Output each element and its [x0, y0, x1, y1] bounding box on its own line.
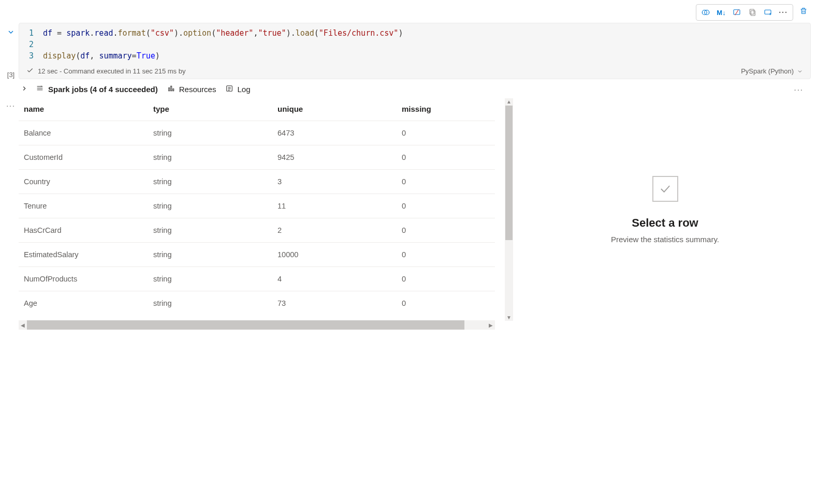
- spark-jobs-tab[interactable]: Spark jobs (4 of 4 succeeded): [35, 84, 158, 94]
- cell-toolbar-group: M↓ ···: [696, 4, 793, 21]
- svg-rect-11: [170, 86, 171, 91]
- table-header-row: name type unique missing: [19, 98, 495, 121]
- table-row[interactable]: NumOfProductsstring40: [19, 267, 495, 291]
- cell-missing: 0: [397, 194, 495, 218]
- preview-panel: Select a row Preview the statistics summ…: [513, 98, 817, 330]
- execution-status-row: 12 sec - Command executed in 11 sec 215 …: [19, 65, 810, 79]
- code-editor[interactable]: 1df = spark.read.format("csv").option("h…: [19, 23, 811, 79]
- cell-type: string: [148, 218, 272, 243]
- resources-tab[interactable]: Resources: [167, 84, 216, 94]
- svg-rect-3: [750, 9, 754, 14]
- chevron-down-icon: [797, 68, 803, 75]
- header-missing[interactable]: missing: [397, 98, 495, 121]
- table-row[interactable]: Tenurestring110: [19, 194, 495, 218]
- more-actions-button[interactable]: ···: [776, 6, 791, 19]
- log-tab[interactable]: Log: [225, 84, 250, 94]
- scroll-left-arrow[interactable]: ◀: [19, 322, 27, 328]
- header-unique[interactable]: unique: [272, 98, 397, 121]
- scroll-down-arrow[interactable]: ▼: [506, 314, 512, 321]
- table-row[interactable]: Balancestring64730: [19, 121, 495, 145]
- cell-type: string: [148, 194, 272, 218]
- cell-unique: 10000: [272, 243, 397, 267]
- cell-missing: 0: [397, 243, 495, 267]
- spark-jobs-count: (4 of 4 succeeded): [90, 85, 158, 94]
- svg-rect-10: [168, 88, 169, 91]
- cell-missing: 0: [397, 145, 495, 170]
- cell-type: string: [148, 291, 272, 316]
- cell-name: EstimatedSalary: [19, 243, 148, 267]
- cell-missing: 0: [397, 267, 495, 291]
- add-cell-below-button[interactable]: [761, 6, 775, 19]
- cell-name: HasCrCard: [19, 218, 148, 243]
- scroll-right-arrow[interactable]: ▶: [487, 322, 495, 328]
- delete-cell-button[interactable]: [796, 4, 811, 18]
- output-tabs-row: Spark jobs (4 of 4 succeeded) Resources …: [0, 79, 817, 98]
- spark-jobs-icon: [35, 84, 45, 94]
- code-cell: [3] 1df = spark.read.format("csv").optio…: [0, 21, 817, 79]
- cell-type: string: [148, 121, 272, 145]
- preview-subtitle: Preview the statistics summary.: [611, 235, 719, 244]
- execution-count: [3]: [7, 71, 14, 79]
- convert-markdown-button[interactable]: M↓: [714, 6, 728, 19]
- cell-type: string: [148, 170, 272, 194]
- output-more-button[interactable]: ···: [794, 85, 804, 94]
- preview-placeholder-icon: [652, 176, 678, 202]
- hscroll-thumb[interactable]: [27, 320, 464, 330]
- preview-title: Select a row: [632, 216, 698, 230]
- cell-missing: 0: [397, 291, 495, 316]
- cell-name: Country: [19, 170, 148, 194]
- table-row[interactable]: EstimatedSalarystring100000: [19, 243, 495, 267]
- svg-rect-4: [751, 11, 755, 16]
- spark-jobs-label: Spark jobs: [48, 85, 90, 94]
- cell-toolbar: M↓ ···: [0, 0, 817, 21]
- cell-name: Tenure: [19, 194, 148, 218]
- svg-rect-12: [172, 89, 173, 91]
- header-type[interactable]: type: [148, 98, 272, 121]
- cell-type: string: [148, 145, 272, 170]
- cell-unique: 11: [272, 194, 397, 218]
- scroll-up-arrow[interactable]: ▲: [506, 98, 512, 105]
- cell-unique: 6473: [272, 121, 397, 145]
- cell-unique: 73: [272, 291, 397, 316]
- vertical-scrollbar[interactable]: ▲ ▼: [505, 98, 513, 321]
- vscroll-thumb[interactable]: [505, 106, 513, 240]
- cell-type: string: [148, 243, 272, 267]
- summary-table-panel: name type unique missing Balancestring64…: [19, 98, 513, 330]
- table-row[interactable]: Countrystring30: [19, 170, 495, 194]
- table-row[interactable]: CustomerIdstring94250: [19, 145, 495, 170]
- execution-status-text: 12 sec - Command executed in 11 sec 215 …: [38, 67, 185, 75]
- kernel-selector[interactable]: PySpark (Python): [741, 67, 803, 75]
- copilot-icon[interactable]: [698, 6, 713, 19]
- cell-unique: 4: [272, 267, 397, 291]
- expand-output-button[interactable]: [21, 85, 28, 94]
- cell-missing: 0: [397, 170, 495, 194]
- table-row[interactable]: HasCrCardstring20: [19, 218, 495, 243]
- cell-type: string: [148, 267, 272, 291]
- cell-name: Balance: [19, 121, 148, 145]
- cell-missing: 0: [397, 121, 495, 145]
- horizontal-scrollbar[interactable]: ◀ ▶: [19, 320, 495, 330]
- cell-name: Age: [19, 291, 148, 316]
- header-name[interactable]: name: [19, 98, 148, 121]
- kernel-label: PySpark (Python): [741, 67, 794, 75]
- table-row[interactable]: Agestring730: [19, 291, 495, 316]
- success-check-icon: [26, 67, 34, 76]
- resources-label: Resources: [179, 85, 216, 94]
- collapse-cell-button[interactable]: [7, 28, 15, 38]
- output-body: ··· name type unique missing Balancestri…: [0, 98, 817, 330]
- cell-name: NumOfProducts: [19, 267, 148, 291]
- copy-cell-button[interactable]: [745, 6, 760, 19]
- summary-table: name type unique missing Balancestring64…: [19, 98, 495, 315]
- code-content[interactable]: 1df = spark.read.format("csv").option("h…: [19, 25, 810, 65]
- output-side-menu[interactable]: ···: [3, 98, 19, 330]
- cell-unique: 2: [272, 218, 397, 243]
- log-icon: [225, 84, 234, 94]
- cell-unique: 3: [272, 170, 397, 194]
- cell-gutter: [3]: [3, 23, 19, 79]
- clear-output-button[interactable]: [730, 6, 744, 19]
- log-label: Log: [237, 85, 250, 94]
- cell-name: CustomerId: [19, 145, 148, 170]
- cell-unique: 9425: [272, 145, 397, 170]
- cell-missing: 0: [397, 218, 495, 243]
- resources-icon: [167, 84, 176, 94]
